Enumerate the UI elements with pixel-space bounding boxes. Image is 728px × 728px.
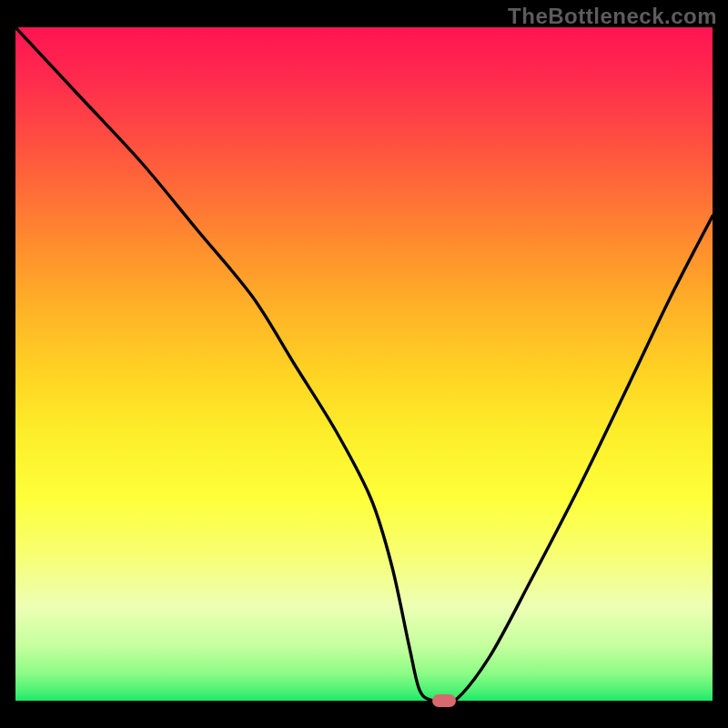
- curve-svg: [15, 27, 713, 701]
- chart-frame: TheBottleneck.com: [0, 0, 728, 728]
- watermark-text: TheBottleneck.com: [508, 4, 717, 29]
- optimal-marker: [432, 694, 456, 707]
- plot-area: [15, 27, 713, 701]
- bottleneck-curve: [15, 27, 713, 701]
